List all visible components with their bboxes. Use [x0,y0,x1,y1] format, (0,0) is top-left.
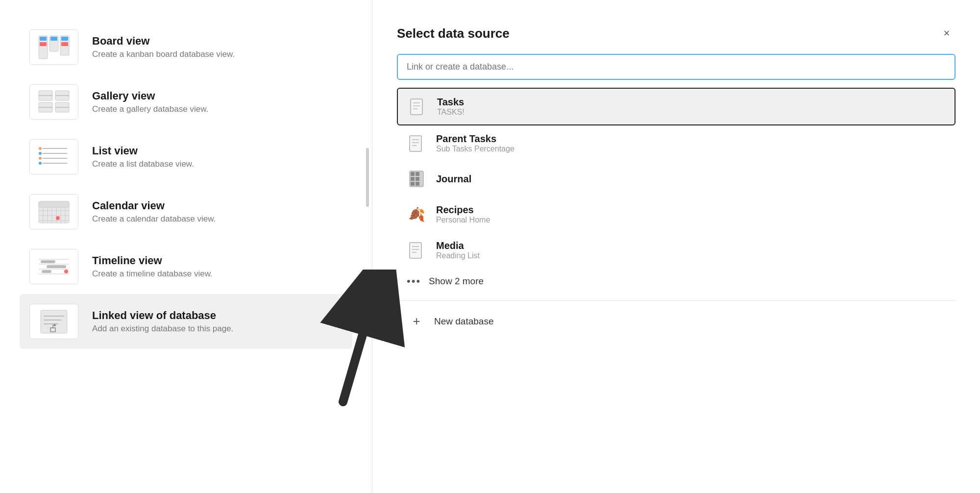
show-more-button[interactable]: ••• Show 2 more [397,268,956,295]
new-database-button[interactable]: + New database [397,307,956,336]
panel-title: Select data source [397,26,510,41]
parent-tasks-subtitle: Sub Tasks Percentage [436,145,514,153]
timeline-view-desc: Create a timeline database view. [92,269,213,279]
media-subtitle: Reading List [436,251,480,260]
view-item-gallery[interactable]: Gallery view Create a gallery database v… [20,74,352,129]
tasks-text: Tasks TASKS! [437,97,465,117]
list-view-icon [29,139,78,174]
linked-view-icon [29,304,78,339]
linked-view-desc: Add an existing database to this page. [92,324,233,334]
svg-rect-59 [411,172,415,176]
calendar-view-desc: Create a calendar database view. [92,214,216,224]
linked-view-title: Linked view of database [92,309,233,322]
parent-tasks-text: Parent Tasks Sub Tasks Percentage [436,133,514,153]
calendar-view-title: Calendar view [92,199,216,212]
db-item-journal[interactable]: Journal [397,161,956,197]
board-view-text: Board view Create a kanban board databas… [92,35,235,59]
show-more-label: Show 2 more [429,276,484,287]
media-text: Media Reading List [436,240,480,260]
calendar-view-text: Calendar view Create a calendar database… [92,199,216,224]
view-item-linked[interactable]: Linked view of database Add an existing … [20,294,352,349]
recipes-name: Recipes [436,204,490,216]
tasks-icon [408,97,427,117]
svg-point-21 [39,152,42,155]
arrow-annotation [314,270,412,407]
linked-view-text: Linked view of database Add an existing … [92,309,233,334]
svg-rect-25 [39,201,69,207]
svg-point-22 [39,157,42,160]
parent-tasks-name: Parent Tasks [436,133,514,145]
svg-rect-44 [41,310,67,333]
svg-rect-65 [410,243,421,258]
gallery-view-icon [29,84,78,120]
db-item-tasks[interactable]: Tasks TASKS! [397,88,956,125]
close-button[interactable]: × [938,25,956,42]
list-view-desc: Create a list database view. [92,159,194,169]
tasks-name: Tasks [437,97,465,108]
calendar-view-icon [29,194,78,229]
svg-rect-61 [411,177,415,181]
view-item-timeline[interactable]: Timeline view Create a timeline database… [20,239,352,294]
media-name: Media [436,240,480,251]
recipes-subtitle: Personal Home [436,216,490,224]
right-panel: Select data source × Tasks TASKS! [372,0,980,493]
journal-name: Journal [436,173,471,185]
tasks-subtitle: TASKS! [437,108,465,117]
view-item-board[interactable]: Board view Create a kanban board databas… [20,20,352,74]
gallery-view-text: Gallery view Create a gallery database v… [92,90,208,114]
list-view-text: List view Create a list database view. [92,145,194,169]
media-icon [407,241,426,260]
svg-rect-64 [416,182,419,186]
page-wrapper: Board view Create a kanban board databas… [0,0,980,493]
panel-header: Select data source × [397,25,956,42]
svg-point-35 [56,216,60,220]
board-view-title: Board view [92,35,235,48]
svg-rect-50 [411,99,422,115]
view-item-list[interactable]: List view Create a list database view. [20,129,352,184]
view-item-calendar[interactable]: Calendar view Create a calendar database… [20,184,352,239]
svg-rect-63 [411,182,415,186]
search-input[interactable] [397,54,956,80]
svg-rect-62 [416,177,419,181]
svg-point-20 [39,147,42,150]
board-view-icon [29,29,78,65]
db-item-recipes[interactable]: 🍂 Recipes Personal Home [397,197,956,232]
gallery-view-desc: Create a gallery database view. [92,104,208,114]
timeline-view-text: Timeline view Create a timeline database… [92,254,213,279]
database-list: Tasks TASKS! Parent Tasks Sub Tasks Pe [397,88,956,336]
svg-rect-54 [410,136,421,151]
recipes-icon: 🍂 [407,205,426,224]
parent-tasks-icon [407,134,426,153]
gallery-view-title: Gallery view [92,90,208,102]
divider [397,300,956,301]
svg-rect-3 [40,37,47,41]
svg-rect-41 [47,265,66,268]
db-item-media[interactable]: Media Reading List [397,232,956,268]
svg-rect-4 [40,42,47,46]
svg-rect-6 [61,37,68,41]
svg-point-43 [64,270,68,273]
db-item-parent-tasks[interactable]: Parent Tasks Sub Tasks Percentage [397,125,956,161]
timeline-view-title: Timeline view [92,254,213,267]
scroll-indicator [366,148,369,207]
svg-rect-60 [416,172,419,176]
journal-icon [407,169,426,189]
list-view-title: List view [92,145,194,157]
svg-rect-7 [61,42,68,46]
timeline-view-icon [29,249,78,284]
svg-rect-42 [42,270,51,273]
svg-rect-5 [50,37,57,41]
recipes-text: Recipes Personal Home [436,204,490,224]
left-panel: Board view Create a kanban board databas… [0,0,372,493]
svg-rect-40 [41,260,55,263]
new-database-label: New database [434,316,493,327]
journal-text: Journal [436,173,471,185]
board-view-desc: Create a kanban board database view. [92,49,235,59]
svg-point-23 [39,162,42,165]
